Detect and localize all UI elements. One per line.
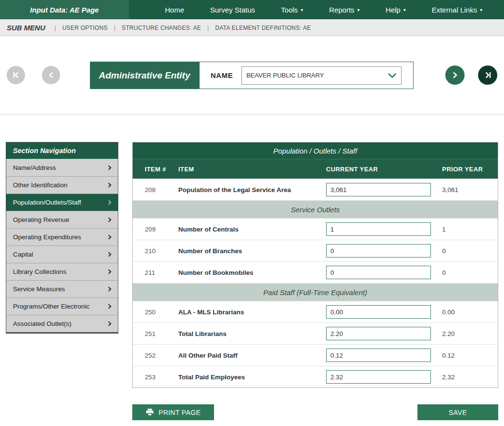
sidebar-item-other-identification[interactable]: Other Identification	[6, 176, 118, 194]
submenu-separator: |	[114, 24, 115, 31]
sidebar-item-service-measures[interactable]: Service Measures	[6, 280, 118, 297]
printer-icon	[146, 409, 154, 416]
chevron-right-icon	[107, 183, 112, 188]
nav-item-reports[interactable]: Reports▾	[329, 6, 360, 14]
data-panel: Population / Outlets / Staff ITEM # ITEM…	[132, 142, 498, 388]
record-navigator: Administrative Entity NAME BEAVER PUBLIC…	[0, 36, 504, 115]
prior-year-value: 0	[442, 247, 498, 255]
current-year-cell	[325, 327, 442, 340]
current-year-input-208[interactable]	[326, 183, 431, 196]
chevron-down-icon	[388, 73, 397, 78]
sidebar-item-operating-expenditures[interactable]: Operating Expenditures	[6, 228, 118, 245]
item-label: Total Librarians	[178, 330, 325, 337]
current-year-input-252[interactable]	[326, 349, 431, 362]
last-record-icon	[484, 71, 492, 79]
caret-down-icon: ▾	[403, 7, 406, 13]
previous-record-button[interactable]	[42, 66, 60, 84]
table-row-210: 210Number of Branches0	[133, 240, 498, 261]
sidebar-item-operating-revenue[interactable]: Operating Revenue	[6, 211, 118, 228]
sidebar-item-library-collections[interactable]: Library Collections	[6, 263, 118, 280]
column-prior-year: PRIOR YEAR	[442, 166, 498, 173]
sub-menu-title: SUB MENU	[7, 24, 45, 32]
section-navigation: Section Navigation Name/AddressOther Ide…	[6, 142, 118, 334]
current-year-input-250[interactable]	[326, 305, 431, 319]
nav-item-help[interactable]: Help▾	[386, 6, 406, 14]
sidebar-item-capital[interactable]: Capital	[6, 245, 118, 263]
nav-item-home[interactable]: Home	[165, 6, 184, 14]
sidebar-item-label: Programs/Other Electronic	[13, 303, 89, 310]
sidebar-item-associated-outlet-s[interactable]: Associated Outlet(s)	[6, 315, 118, 332]
tab-input-data-ae-page[interactable]: Input Data: AE Page	[0, 0, 129, 19]
current-year-input-253[interactable]	[326, 370, 431, 384]
entity-name-select[interactable]: BEAVER PUBLIC LIBRARY	[241, 66, 402, 85]
item-number: 251	[133, 330, 178, 337]
nav-item-tools[interactable]: Tools▾	[281, 6, 303, 14]
column-current-year: CURRENT YEAR	[325, 166, 442, 173]
sidebar-item-label: Population/Outlets/Staff	[13, 199, 81, 206]
submenu-item-user-options[interactable]: USER OPTIONS	[62, 25, 107, 31]
column-item: ITEM	[178, 166, 325, 173]
item-label: Number of Bookmobiles	[178, 269, 325, 276]
first-record-icon	[12, 71, 20, 79]
nav-item-survey-status[interactable]: Survey Status	[210, 6, 255, 14]
first-record-button[interactable]	[7, 66, 25, 84]
item-label: All Other Paid Staff	[178, 352, 325, 359]
table-row-251: 251Total Librarians2.20	[133, 323, 498, 344]
submenu-separator: |	[207, 24, 209, 31]
item-label: Number of Centrals	[178, 226, 325, 233]
chevron-right-icon	[107, 287, 112, 292]
sidebar-item-name-address[interactable]: Name/Address	[6, 159, 118, 176]
sub-menu-bar: SUB MENU |USER OPTIONS|STRUCTURE CHANGES…	[0, 19, 504, 36]
sidebar-item-label: Operating Expenditures	[13, 233, 81, 241]
item-number: 211	[133, 269, 178, 276]
chevron-right-icon	[107, 165, 112, 170]
section-band-service-outlets: Service Outlets	[133, 200, 498, 218]
submenu-item-data-element-definitions-ae[interactable]: DATA ELEMENT DEFINITIONS: AE	[215, 25, 311, 31]
current-year-input-211[interactable]	[326, 266, 431, 279]
save-button[interactable]: SAVE	[417, 404, 498, 420]
sidebar-item-population-outlets-staff[interactable]: Population/Outlets/Staff	[6, 194, 118, 211]
section-navigation-header: Section Navigation	[6, 142, 118, 159]
chevron-right-icon	[107, 304, 112, 309]
prior-year-value: 1	[442, 226, 498, 233]
prior-year-value: 2.32	[442, 374, 498, 381]
sidebar-item-programs-other-electronic[interactable]: Programs/Other Electronic	[6, 297, 118, 315]
table-row-253: 253Total Paid Employees2.32	[133, 366, 498, 387]
submenu-item-structure-changes-ae[interactable]: STRUCTURE CHANGES: AE	[122, 25, 201, 31]
main-content: Section Navigation Name/AddressOther Ide…	[0, 115, 504, 426]
entity-name-selected-value: BEAVER PUBLIC LIBRARY	[246, 72, 324, 79]
prior-year-value: 2.20	[442, 330, 498, 337]
print-page-button[interactable]: PRINT PAGE	[132, 404, 214, 420]
sidebar-item-label: Name/Address	[13, 164, 56, 171]
prior-year-value: 0.12	[442, 352, 498, 359]
current-year-input-209[interactable]	[326, 222, 431, 236]
current-year-input-210[interactable]	[326, 244, 431, 258]
current-year-cell	[325, 349, 442, 362]
current-year-cell	[325, 370, 442, 384]
chevron-right-icon	[107, 322, 112, 326]
item-number: 208	[133, 186, 178, 194]
last-record-button[interactable]	[478, 65, 497, 85]
top-nav-items: HomeSurvey StatusTools▾Reports▾Help▾Exte…	[129, 0, 504, 19]
chevron-right-icon	[107, 252, 112, 257]
panel-title: Population / Outlets / Staff	[133, 142, 498, 159]
table-row-211: 211Number of Bookmobiles0	[133, 261, 498, 283]
table-body: 208Population of the Legal Service Area3…	[133, 179, 498, 387]
current-year-cell	[325, 305, 442, 319]
caret-down-icon: ▾	[301, 7, 303, 13]
chevron-right-icon	[107, 218, 112, 222]
next-record-button[interactable]	[445, 65, 465, 85]
print-page-label: PRINT PAGE	[159, 409, 201, 416]
current-year-input-251[interactable]	[326, 327, 431, 340]
nav-item-external-links[interactable]: External Links▾	[432, 6, 482, 14]
item-number: 252	[133, 352, 178, 359]
prior-year-value: 0	[442, 269, 498, 276]
item-number: 209	[133, 226, 178, 233]
current-year-cell	[325, 266, 442, 279]
item-number: 210	[133, 247, 178, 255]
column-item-number: ITEM #	[133, 166, 178, 173]
chevron-left-icon	[48, 71, 54, 79]
ae-input-page: Input Data: AE Page HomeSurvey StatusToo…	[0, 0, 504, 426]
caret-down-icon: ▾	[357, 7, 360, 13]
caret-down-icon: ▾	[480, 7, 482, 13]
